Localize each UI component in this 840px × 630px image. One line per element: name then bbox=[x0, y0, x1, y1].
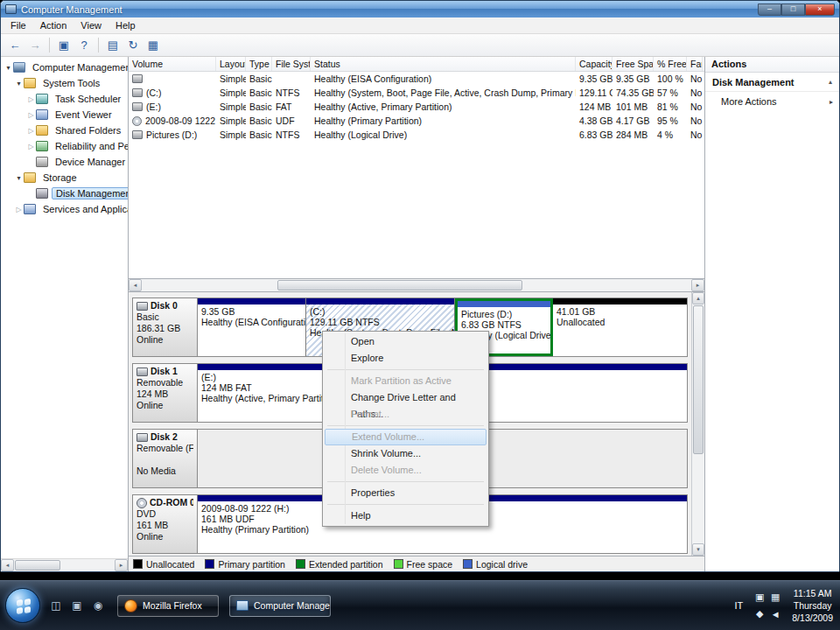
cdrom-0-header[interactable]: CD-ROM 0 DVD 161 MB Online bbox=[133, 495, 198, 553]
scroll-left-icon[interactable]: ◂ bbox=[129, 279, 142, 291]
refresh-icon[interactable]: ↻ bbox=[123, 37, 143, 54]
scroll-thumb[interactable] bbox=[15, 560, 60, 570]
menu-item-open[interactable]: Open bbox=[325, 333, 486, 350]
tree-item-device-manager[interactable]: Device Manager bbox=[1, 154, 128, 170]
disk-list-icon[interactable]: ▤ bbox=[103, 37, 122, 54]
properties-icon[interactable]: ▦ bbox=[144, 37, 163, 54]
tree-item-event-viewer[interactable]: ▷ Event Viewer bbox=[1, 107, 128, 122]
volume-name: (C:) bbox=[146, 88, 162, 98]
legend-free-space: Free space bbox=[394, 559, 453, 570]
scroll-thumb[interactable] bbox=[277, 280, 522, 290]
language-indicator[interactable]: IT bbox=[735, 600, 744, 611]
pct-free-cell: 81 % bbox=[654, 102, 687, 112]
computer-icon bbox=[13, 62, 25, 73]
menu-file[interactable]: File bbox=[4, 18, 33, 32]
actions-disk-management[interactable]: Disk Management ▴ bbox=[705, 73, 839, 92]
expand-arrow-icon[interactable]: ▷ bbox=[14, 206, 24, 214]
menu-item-help[interactable]: Help bbox=[325, 508, 486, 524]
menu-separator bbox=[327, 369, 484, 370]
tree-item-reliability-performance[interactable]: ▷ Reliability and Performa bbox=[1, 138, 128, 154]
minimize-button[interactable]: – bbox=[758, 4, 781, 16]
scroll-up-icon[interactable]: ▴ bbox=[692, 292, 704, 304]
help-icon[interactable]: ? bbox=[74, 37, 94, 54]
tree-item-shared-folders[interactable]: ▷ Shared Folders bbox=[1, 122, 128, 138]
tree-item-system-tools[interactable]: ▾ System Tools bbox=[1, 75, 128, 91]
volume-row[interactable]: (C:) Simple Basic NTFS Healthy (System, … bbox=[129, 86, 704, 100]
expand-arrow-icon[interactable]: ▷ bbox=[26, 143, 36, 150]
column-header-capacity[interactable]: Capacity bbox=[576, 57, 612, 71]
pct-free-cell: 100 % bbox=[654, 74, 687, 84]
menu-item-explore[interactable]: Explore bbox=[325, 350, 486, 367]
expand-arrow-icon[interactable]: ▾ bbox=[4, 64, 13, 72]
tree-item-computer-management[interactable]: ▾ Computer Management (Local bbox=[1, 60, 128, 75]
column-header-layout[interactable]: Layout bbox=[216, 57, 246, 71]
expand-arrow-icon[interactable]: ▾ bbox=[14, 80, 24, 88]
volume-icon[interactable]: ◄ bbox=[767, 606, 783, 622]
clock[interactable]: 11:15 AM Thursday 8/13/2009 bbox=[792, 587, 833, 624]
disk-0-header[interactable]: Disk 0 Basic 186.31 GB Online bbox=[133, 298, 198, 356]
window-controls: – □ × bbox=[758, 4, 835, 16]
start-button[interactable] bbox=[5, 588, 40, 623]
update-icon[interactable]: ◆ bbox=[752, 606, 767, 622]
column-header-pct-free[interactable]: % Free bbox=[654, 57, 687, 71]
titlebar[interactable]: Computer Management – □ × bbox=[1, 1, 839, 18]
display-icon[interactable]: ▣ bbox=[752, 589, 767, 606]
menu-item-shrink-volume[interactable]: Shrink Volume... bbox=[325, 445, 486, 462]
quicklaunch-icon-1[interactable]: ◫ bbox=[47, 597, 65, 614]
scroll-right-icon[interactable]: ▸ bbox=[115, 559, 128, 571]
menu-item-change-drive-letter[interactable]: Change Drive Letter and Paths... bbox=[325, 389, 486, 406]
column-header-type[interactable]: Type bbox=[246, 57, 272, 71]
scroll-thumb[interactable] bbox=[693, 305, 704, 454]
quicklaunch-icon-2[interactable]: ▣ bbox=[68, 597, 86, 614]
expand-arrow-icon[interactable]: ▾ bbox=[14, 174, 24, 182]
disk-type: DVD bbox=[136, 508, 193, 520]
tree-item-task-scheduler[interactable]: ▷ Task Scheduler bbox=[1, 91, 128, 107]
network-icon[interactable]: ▦ bbox=[767, 589, 783, 606]
scroll-down-icon[interactable]: ▾ bbox=[692, 543, 704, 556]
disk-2-header[interactable]: Disk 2 Removable (F:) No Media bbox=[133, 430, 198, 487]
volume-row[interactable]: (E:) Simple Basic FAT Healthy (Active, P… bbox=[129, 100, 704, 114]
volume-icon bbox=[132, 88, 143, 97]
volume-name: Pictures (D:) bbox=[146, 130, 197, 140]
task-button-computer-management[interactable]: Computer Manage... bbox=[229, 595, 331, 617]
tree-item-storage[interactable]: ▾ Storage bbox=[1, 170, 128, 186]
show-console-tree-icon[interactable]: ▣ bbox=[54, 37, 74, 54]
column-header-free-space[interactable]: Free Space bbox=[612, 57, 654, 71]
forward-icon[interactable]: → bbox=[25, 37, 45, 54]
expand-arrow-icon[interactable]: ▷ bbox=[26, 111, 36, 119]
menu-bar: File Action View Help bbox=[1, 18, 839, 34]
actions-panel-title: Actions bbox=[705, 57, 839, 73]
disk-view-vertical-scrollbar[interactable]: ▴ ▾ bbox=[691, 292, 704, 556]
more-actions[interactable]: More Actions ▸ bbox=[705, 92, 839, 111]
maximize-button[interactable]: □ bbox=[781, 4, 805, 16]
expand-arrow-icon[interactable]: ▷ bbox=[26, 127, 36, 135]
tree-item-disk-management[interactable]: Disk Management bbox=[1, 186, 128, 201]
scroll-left-icon[interactable]: ◂ bbox=[1, 559, 14, 571]
task-button-firefox[interactable]: Mozilla Firefox bbox=[117, 595, 219, 617]
partition-eisa[interactable]: 9.35 GB Healthy (EISA Configuration) bbox=[198, 298, 306, 356]
menu-item-properties[interactable]: Properties bbox=[325, 485, 486, 501]
disk-1-header[interactable]: Disk 1 Removable 124 MB Online bbox=[133, 364, 198, 422]
menu-help[interactable]: Help bbox=[108, 18, 143, 32]
collapse-icon[interactable]: ▴ bbox=[829, 78, 832, 86]
disk-name: Disk 1 bbox=[150, 366, 178, 377]
tree-item-services-applications[interactable]: ▷ Services and Applications bbox=[1, 201, 128, 217]
volume-row[interactable]: Pictures (D:) Simple Basic NTFS Healthy … bbox=[129, 128, 704, 142]
volume-list-horizontal-scrollbar[interactable]: ◂ ▸ bbox=[129, 279, 704, 292]
menu-view[interactable]: View bbox=[74, 18, 108, 32]
column-header-status[interactable]: Status bbox=[311, 57, 576, 71]
partition-unallocated[interactable]: 41.01 GB Unallocated bbox=[553, 298, 687, 356]
tree-horizontal-scrollbar[interactable]: ◂ ▸ bbox=[1, 558, 128, 571]
column-header-fault-tolerance[interactable]: Fau bbox=[687, 57, 703, 71]
quicklaunch-icon-3[interactable]: ◉ bbox=[89, 597, 107, 614]
tray-icons: ▣ ▦ ◆ ◄ bbox=[752, 589, 783, 622]
menu-action[interactable]: Action bbox=[33, 18, 74, 32]
expand-arrow-icon[interactable]: ▷ bbox=[26, 95, 36, 103]
column-header-file-system[interactable]: File System bbox=[272, 57, 311, 71]
close-button[interactable]: × bbox=[805, 4, 835, 16]
volume-row[interactable]: Simple Basic Healthy (EISA Configuration… bbox=[129, 72, 704, 86]
back-icon[interactable]: ← bbox=[5, 37, 24, 54]
scroll-right-icon[interactable]: ▸ bbox=[691, 279, 704, 291]
volume-row[interactable]: 2009-08-09 1222 (H:) Simple Basic UDF He… bbox=[129, 114, 704, 128]
column-header-volume[interactable]: Volume bbox=[129, 57, 216, 71]
